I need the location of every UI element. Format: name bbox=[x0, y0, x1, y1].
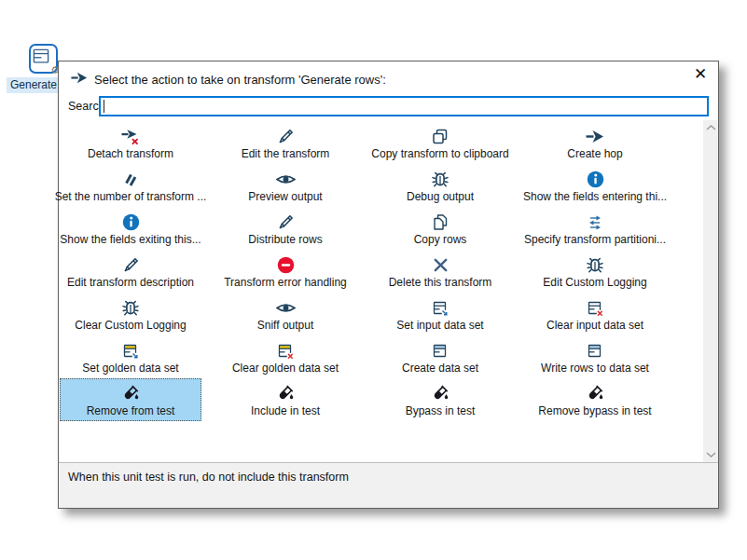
transform-step-label: Generate bbox=[7, 77, 61, 93]
action-clear-golden-data-set[interactable]: Clear golden data set bbox=[214, 335, 356, 378]
action-sniff-output[interactable]: Sniff output bbox=[214, 293, 356, 335]
action-label: Remove bypass in test bbox=[538, 404, 651, 417]
action-create-hop[interactable]: Create hop bbox=[524, 121, 666, 164]
action-write-rows-to-data-set[interactable]: Write rows to data set bbox=[524, 335, 666, 378]
action-copy-transform-to-clipboard[interactable]: Copy transform to clipboard bbox=[369, 121, 511, 164]
action-edit-transform[interactable]: Edit the transform bbox=[214, 121, 356, 164]
action-set-number-of-copies[interactable]: Set the number of transform ... bbox=[60, 164, 201, 207]
pages-icon bbox=[431, 212, 450, 232]
action-preview-output[interactable]: Preview output bbox=[214, 164, 356, 207]
action-clear-custom-logging[interactable]: Clear Custom Logging bbox=[60, 293, 201, 335]
pencil-icon bbox=[276, 212, 295, 232]
partition-icon bbox=[586, 212, 604, 232]
info-icon bbox=[122, 212, 140, 232]
dialog-title: Select the action to take on transform '… bbox=[94, 73, 386, 87]
action-label: Delete this transform bbox=[389, 276, 492, 289]
dataset-clear-icon bbox=[586, 298, 604, 318]
status-bar: When this unit test is run, do not inclu… bbox=[59, 462, 718, 508]
bug-icon bbox=[121, 298, 140, 318]
dialog-title-row: Select the action to take on transform '… bbox=[71, 70, 386, 89]
pencil-icon bbox=[276, 127, 295, 146]
action-label: Copy transform to clipboard bbox=[371, 147, 508, 160]
action-label: Distribute rows bbox=[248, 233, 322, 246]
action-bypass-in-test[interactable]: Bypass in test bbox=[369, 378, 511, 421]
action-label: Create hop bbox=[567, 147, 622, 160]
testtube-icon bbox=[276, 384, 296, 403]
action-label: Clear input data set bbox=[546, 319, 643, 332]
action-edit-description[interactable]: Edit transform description bbox=[60, 250, 201, 293]
action-label: Set golden data set bbox=[82, 362, 178, 375]
action-grid: Detach transformEdit the transformCopy t… bbox=[60, 121, 666, 421]
text-caret bbox=[104, 100, 104, 113]
transform-action-dialog: Select the action to take on transform '… bbox=[58, 61, 719, 509]
hop-arrow-icon bbox=[71, 71, 88, 88]
action-label: Edit Custom Logging bbox=[543, 276, 646, 289]
dataset-set-icon bbox=[431, 298, 450, 318]
action-label: Include in test bbox=[251, 404, 320, 417]
delete-icon bbox=[432, 255, 450, 275]
action-label: Create data set bbox=[402, 362, 478, 375]
dataset-golden-clear-icon bbox=[276, 341, 295, 361]
action-label: Sniff output bbox=[257, 319, 314, 332]
action-label: Detach transform bbox=[88, 147, 173, 160]
action-label: Bypass in test bbox=[406, 404, 476, 417]
transform-step-generate-rows[interactable]: ⚙ bbox=[29, 44, 58, 74]
bug-icon bbox=[431, 170, 450, 189]
close-icon[interactable]: ✕ bbox=[691, 65, 710, 84]
action-specify-partitioning[interactable]: Specify transform partitioni... bbox=[524, 207, 666, 250]
action-include-in-test[interactable]: Include in test bbox=[214, 378, 356, 421]
status-text: When this unit test is run, do not inclu… bbox=[68, 471, 349, 484]
search-input[interactable] bbox=[99, 96, 709, 116]
action-detach-transform[interactable]: Detach transform bbox=[60, 121, 201, 164]
eye-icon bbox=[276, 298, 296, 318]
action-label: Clear golden data set bbox=[232, 362, 339, 375]
action-delete-transform[interactable]: Delete this transform bbox=[369, 250, 511, 293]
action-label: Remove from test bbox=[87, 404, 175, 417]
action-distribute-rows[interactable]: Distribute rows bbox=[214, 207, 356, 250]
action-label: Set the number of transform ... bbox=[55, 190, 207, 203]
action-label: Transform error handling bbox=[224, 276, 347, 289]
action-clear-input-data-set[interactable]: Clear input data set bbox=[524, 293, 666, 335]
action-edit-custom-logging[interactable]: Edit Custom Logging bbox=[524, 250, 666, 293]
action-copy-rows[interactable]: Copy rows bbox=[369, 207, 511, 250]
action-label: Show the fields entering thi... bbox=[523, 190, 667, 203]
dataset-create-icon bbox=[586, 341, 604, 361]
hop-icon bbox=[586, 127, 604, 146]
action-label: Debug output bbox=[407, 190, 474, 203]
action-debug-output[interactable]: Debug output bbox=[369, 164, 511, 207]
scroll-down-icon[interactable] bbox=[703, 447, 718, 462]
action-remove-bypass-in-test[interactable]: Remove bypass in test bbox=[524, 378, 666, 421]
action-create-data-set[interactable]: Create data set bbox=[369, 335, 511, 378]
dataset-golden-set-icon bbox=[121, 341, 140, 361]
action-error-handling[interactable]: Transform error handling bbox=[214, 250, 356, 293]
info-icon bbox=[587, 170, 604, 189]
scroll-up-icon[interactable] bbox=[703, 120, 718, 135]
action-label: Preview output bbox=[248, 190, 322, 203]
table-rows-icon bbox=[31, 46, 51, 67]
action-label: Specify transform partitioni... bbox=[524, 233, 666, 246]
action-label: Copy rows bbox=[414, 233, 467, 246]
action-show-fields-exiting[interactable]: Show the fields exiting this... bbox=[60, 207, 201, 250]
action-set-input-data-set[interactable]: Set input data set bbox=[369, 293, 511, 335]
dataset-create-icon bbox=[431, 341, 450, 361]
slashes-icon bbox=[121, 170, 140, 189]
detach-icon bbox=[121, 127, 140, 146]
error-icon bbox=[277, 255, 295, 275]
action-label: Show the fields exiting this... bbox=[60, 233, 201, 246]
vertical-scrollbar[interactable] bbox=[703, 120, 718, 462]
pencil-icon bbox=[121, 255, 140, 275]
eye-icon bbox=[276, 170, 296, 189]
testtube-icon bbox=[431, 384, 450, 403]
action-label: Write rows to data set bbox=[541, 362, 649, 375]
bug-icon bbox=[586, 255, 604, 275]
action-set-golden-data-set[interactable]: Set golden data set bbox=[60, 335, 201, 378]
action-label: Edit the transform bbox=[242, 147, 330, 160]
action-remove-from-test[interactable]: Remove from test bbox=[60, 378, 201, 421]
copy-icon bbox=[431, 127, 450, 146]
action-label: Set input data set bbox=[396, 319, 483, 332]
action-show-fields-entering[interactable]: Show the fields entering thi... bbox=[524, 164, 666, 207]
action-label: Edit transform description bbox=[67, 276, 194, 289]
testtube-icon bbox=[586, 384, 605, 403]
action-label: Clear Custom Logging bbox=[75, 319, 186, 332]
testtube-icon bbox=[121, 384, 141, 403]
